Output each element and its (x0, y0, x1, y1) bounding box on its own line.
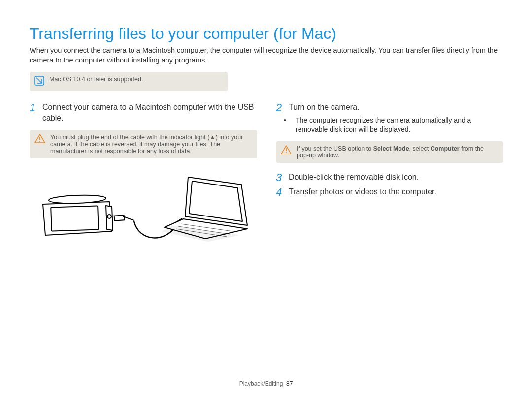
warning-box-2: If you set the USB option to Select Mode… (276, 141, 503, 163)
step-number: 4 (276, 186, 284, 198)
step-text: Double-click the removable disk icon. (289, 172, 419, 183)
step-2-sub-text: The computer recognizes the camera autom… (296, 116, 471, 133)
step-number: 1 (30, 102, 37, 114)
svg-rect-3 (51, 206, 99, 231)
step-2: 2 Turn on the camera. (276, 102, 502, 114)
bold-text: Select Mode (373, 145, 409, 152)
step-4: 4 Transfer photos or videos to the compu… (276, 186, 502, 198)
page-footer: Playback/Editing 87 (0, 380, 532, 387)
bullet-icon: • (290, 116, 296, 125)
footer-page-number: 87 (286, 380, 293, 387)
footer-section: Playback/Editing (239, 380, 283, 387)
svg-point-12 (286, 152, 287, 153)
step-text: Turn on the camera. (289, 102, 359, 113)
step-1: 1 Connect your camera to a Macintosh com… (30, 102, 256, 123)
svg-point-5 (107, 215, 111, 218)
t: If you set the USB option to (297, 145, 373, 152)
note-icon (34, 76, 44, 87)
left-column: 1 Connect your camera to a Macintosh com… (30, 102, 256, 258)
warning-icon (281, 145, 292, 156)
intro-text: When you connect the camera to a Macinto… (30, 46, 502, 65)
svg-point-2 (39, 141, 40, 142)
warning-box-1: You must plug the end of the cable with … (30, 130, 257, 158)
step-3: 3 Double-click the removable disk icon. (276, 172, 502, 184)
connection-illustration (35, 167, 256, 258)
page-title: Transferring files to your computer (for… (30, 25, 502, 43)
warning-icon (34, 134, 45, 145)
info-note-text: Mac OS 10.4 or later is supported. (49, 76, 143, 83)
warning-text: If you set the USB option to Select Mode… (297, 145, 498, 159)
warning-text: You must plug the end of the cable with … (50, 134, 251, 154)
bold-text: Computer (431, 145, 460, 152)
manual-page: Transferring files to your computer (for… (0, 0, 532, 401)
step-2-sub: •The computer recognizes the camera auto… (290, 116, 502, 134)
info-note-box: Mac OS 10.4 or later is supported. (30, 72, 228, 91)
step-number: 3 (276, 172, 284, 184)
step-text: Transfer photos or videos to the compute… (289, 186, 436, 197)
step-text: Connect your camera to a Macintosh compu… (42, 102, 256, 123)
content-columns: 1 Connect your camera to a Macintosh com… (30, 102, 502, 258)
t: , select (409, 145, 431, 152)
right-column: 2 Turn on the camera. •The computer reco… (276, 102, 502, 258)
svg-rect-6 (114, 216, 125, 221)
step-number: 2 (276, 102, 284, 114)
